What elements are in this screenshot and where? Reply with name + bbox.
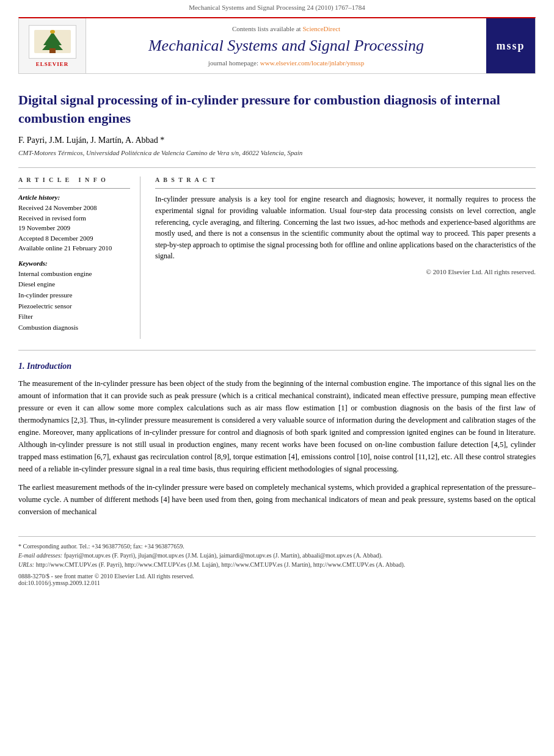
sciencedirect-link[interactable]: ScienceDirect xyxy=(302,25,340,32)
journal-title: Mechanical Systems and Signal Processing xyxy=(148,36,424,55)
mssp-logo: mssp xyxy=(486,18,535,73)
revised-label: Received in revised form xyxy=(18,213,130,224)
introduction-heading: 1. Introduction xyxy=(18,362,536,371)
received-date: Received 24 November 2008 xyxy=(18,203,130,213)
journal-reference: Mechanical Systems and Signal Processing… xyxy=(0,0,554,13)
paper-body: Digital signal processing of in-cylinder… xyxy=(18,91,536,586)
mssp-logo-text: mssp xyxy=(496,40,525,53)
footnote-section: * Corresponding author. Tel.: +34 963877… xyxy=(18,536,536,586)
keyword-5: Filter xyxy=(18,311,130,322)
keywords-block: Keywords: Internal combustion engine Die… xyxy=(18,260,130,333)
keyword-4: Piezoelectric sensor xyxy=(18,301,130,312)
sciencedirect-line: Contents lists available at ScienceDirec… xyxy=(232,25,340,32)
intro-paragraph-2: The earliest measurement methods of the … xyxy=(18,481,536,518)
intro-paragraph-1: The measurement of the in-cylinder press… xyxy=(18,377,536,475)
history-label: Article history: xyxy=(18,194,130,201)
elsevier-logo: ELSEVIER xyxy=(19,18,86,73)
doi-line: doi:10.1016/j.ymssp.2009.12.011 xyxy=(18,580,536,586)
issn-line: 0888-3270/$ - see front matter © 2010 El… xyxy=(18,573,536,580)
elsevier-logo-box xyxy=(29,25,76,59)
divider-2 xyxy=(18,350,536,351)
article-info-label: A R T I C L E I N F O xyxy=(18,176,130,183)
online-date: Available online 21 February 2010 xyxy=(18,243,130,253)
article-history: Article history: Received 24 November 20… xyxy=(18,194,130,253)
keyword-6: Combustion diagnosis xyxy=(18,322,130,333)
article-info-col: A R T I C L E I N F O Article history: R… xyxy=(18,176,140,339)
article-info-abstract: A R T I C L E I N F O Article history: R… xyxy=(18,176,536,339)
divider-1 xyxy=(18,167,536,168)
journal-header: ELSEVIER Contents lists available at Sci… xyxy=(18,17,536,74)
info-divider xyxy=(18,188,130,189)
elsevier-label: ELSEVIER xyxy=(36,61,69,67)
corresponding-footnote: * Corresponding author. Tel.: +34 963877… xyxy=(18,542,536,551)
abstract-col: A B S T R A C T In-cylinder pressure ana… xyxy=(155,176,536,339)
homepage-url[interactable]: www.elsevier.com/locate/jnlabr/ymssp xyxy=(260,59,364,67)
journal-center-block: Contents lists available at ScienceDirec… xyxy=(86,18,486,73)
url-footnote: URLs: http://www.CMT.UPV.es (F. Payri), … xyxy=(18,560,536,569)
elsevier-tree-icon xyxy=(31,27,74,56)
abstract-label: A B S T R A C T xyxy=(155,176,536,183)
abstract-text: In-cylinder pressure analysis is a key t… xyxy=(155,194,536,262)
revised-date: 19 November 2009 xyxy=(18,223,130,233)
svg-point-4 xyxy=(50,30,55,34)
keywords-label: Keywords: xyxy=(18,260,130,267)
keyword-3: In-cylinder pressure xyxy=(18,290,130,301)
email-footnote: E-mail addresses: fpayri@mot.upv.es (F. … xyxy=(18,551,536,560)
journal-homepage: journal homepage: www.elsevier.com/locat… xyxy=(208,59,364,67)
authors: F. Payri, J.M. Luján, J. Martín, A. Abba… xyxy=(18,136,536,145)
accepted-date: Accepted 8 December 2009 xyxy=(18,233,130,244)
affiliation: CMT-Motores Térmicos, Universidad Polité… xyxy=(18,149,536,156)
keyword-2: Diesel engine xyxy=(18,279,130,290)
keyword-1: Internal combustion engine xyxy=(18,269,130,280)
abstract-rights: © 2010 Elsevier Ltd. All rights reserved… xyxy=(155,268,536,275)
abstract-divider xyxy=(155,188,536,189)
svg-rect-3 xyxy=(49,48,56,53)
paper-title: Digital signal processing of in-cylinder… xyxy=(18,91,536,127)
